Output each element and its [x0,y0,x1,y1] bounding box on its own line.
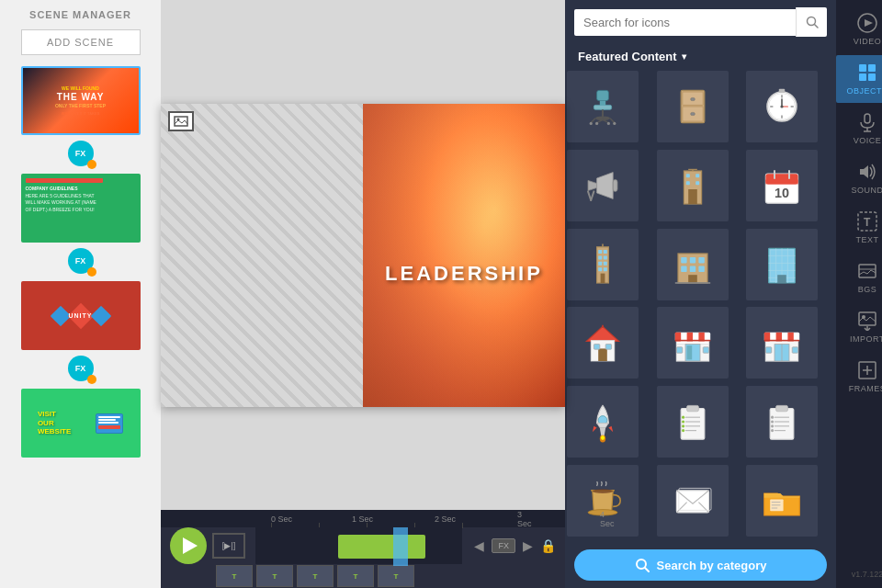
fx-circle-1: FX [68,141,94,166]
icon-office-building[interactable] [657,229,729,300]
svg-point-131 [771,425,774,428]
thumb-tile-4[interactable]: T [337,565,374,587]
scene-thumb-3[interactable]: UNITY [21,281,141,350]
objects-icon [857,62,877,83]
icon-search-input[interactable] [574,9,796,36]
svg-point-112 [601,436,605,441]
next-scene-button[interactable]: [▶|] [212,533,245,559]
toolbar-item-voice[interactable]: VOICE [836,105,882,153]
search-category-label: Search by category [657,559,767,572]
canvas-area: LEADERSHIP [161,0,565,510]
svg-rect-21 [690,97,695,100]
svg-rect-53 [598,250,602,254]
svg-rect-67 [681,266,686,271]
toolbar-item-video[interactable]: VIDEO [836,6,882,53]
svg-rect-32 [779,89,785,93]
icon-folder[interactable] [746,465,818,537]
icon-search-button[interactable] [796,7,827,37]
svg-rect-61 [601,273,605,282]
svg-rect-107 [793,347,798,353]
thumb-tile-2[interactable]: T [256,565,293,587]
thumb-tile-3[interactable]: T [297,565,334,587]
add-scene-button[interactable]: ADD SCENE [21,29,141,55]
svg-rect-123 [771,409,795,440]
scene-item-1[interactable]: WE WILL FOUND THE WAY ONLY THE FIRST STE… [21,66,141,135]
right-toolbar: VIDEO OBJECTS VOICE SOUND T [836,0,882,588]
scene-item-4[interactable]: VISITOURWEBSITE [21,389,141,458]
featured-content-header[interactable]: Featured Content ▾ [565,44,836,69]
svg-rect-69 [698,266,704,271]
svg-marker-33 [588,180,597,190]
thumb-tile-5[interactable]: T [378,565,414,587]
arrow-right-button[interactable]: ▶ [521,537,535,555]
svg-rect-148 [868,64,876,72]
sound-icon [857,162,877,182]
svg-rect-39 [688,189,697,204]
toolbar-bgs-label: BGs [858,285,877,294]
icon-clipboard-1[interactable] [657,386,729,458]
featured-chevron-icon: ▾ [682,51,686,62]
icon-calendar[interactable]: 10 [746,150,818,221]
timeline-thumbnails: T T T T T [161,564,565,588]
svg-point-17 [607,122,610,125]
icon-building-thin[interactable] [657,150,729,221]
ruler-marks: 0 Sec 1 Sec 2 Sec 3 Sec 4 Sec [271,510,510,527]
toolbar-item-bgs[interactable]: BGs [836,254,882,301]
toolbar-item-import[interactable]: IMPORT [836,303,882,351]
thumb-tile-1[interactable]: T [216,565,253,587]
svg-rect-56 [604,255,607,259]
svg-rect-96 [686,346,692,360]
svg-rect-58 [604,261,607,265]
svg-rect-149 [859,74,866,81]
svg-rect-54 [604,250,607,254]
toolbar-item-frames[interactable]: FRAMES [836,353,882,401]
svg-rect-66 [698,257,704,263]
arrow-left-button[interactable]: ◀ [472,537,486,555]
scene-thumb-4[interactable]: VISITOURWEBSITE [21,389,141,458]
svg-line-10 [610,119,615,123]
icon-shop-2[interactable] [746,307,818,379]
right-panel: Featured Content ▾ [565,0,836,588]
svg-rect-150 [868,74,876,81]
svg-rect-22 [690,112,695,115]
version-text: v1.7.122 [848,566,882,582]
svg-point-12 [613,122,616,125]
icon-cabinet[interactable] [657,71,729,142]
svg-rect-81 [778,275,787,283]
scene-item-3[interactable]: UNITY [21,281,141,350]
bgs-icon [857,261,877,281]
icon-shop-1[interactable] [657,307,729,379]
svg-rect-97 [676,347,682,353]
timeline-playhead[interactable] [393,527,408,566]
search-by-category-button[interactable]: Search by category [574,549,827,581]
lion-background: LEADERSHIP [363,104,565,407]
svg-rect-59 [598,267,602,271]
scene-thumb-2[interactable]: COMPANY GUIDELINES HERE ARE 5 GUIDELINES… [21,174,141,243]
icon-skyscraper[interactable] [567,229,639,300]
svg-point-130 [771,421,774,424]
icon-envelope[interactable] [657,465,729,537]
icon-house[interactable] [567,307,639,379]
fx-tag[interactable]: FX [492,538,515,553]
scene-item-2[interactable]: COMPANY GUIDELINES HERE ARE 5 GUIDELINES… [21,174,141,243]
svg-line-9 [591,119,595,123]
icon-megaphone[interactable] [567,150,639,221]
icon-office-chair[interactable] [567,71,639,142]
svg-line-37 [591,191,594,200]
svg-rect-71 [674,282,709,284]
icon-rocket[interactable] [567,386,639,458]
svg-rect-98 [703,347,708,353]
scene-thumb-1[interactable]: WE WILL FOUND THE WAY ONLY THE FIRST STE… [21,66,141,135]
play-button[interactable] [170,527,207,564]
toolbar-item-text[interactable]: T TEXT [836,204,882,252]
toolbar-import-label: IMPORT [850,334,882,344]
icon-clipboard-2[interactable] [746,386,818,458]
toolbar-item-sound[interactable]: SOUND [836,154,882,202]
toolbar-item-objects[interactable]: OBJECTS [836,55,882,103]
leadership-text: LEADERSHIP [385,262,543,286]
lock-icon[interactable]: 🔒 [540,538,556,553]
icon-clock[interactable] [746,71,818,142]
icon-glass-building[interactable] [746,229,818,300]
timeline-bar-area[interactable] [255,527,462,564]
ruler-3sec: 3 Sec [517,510,532,528]
